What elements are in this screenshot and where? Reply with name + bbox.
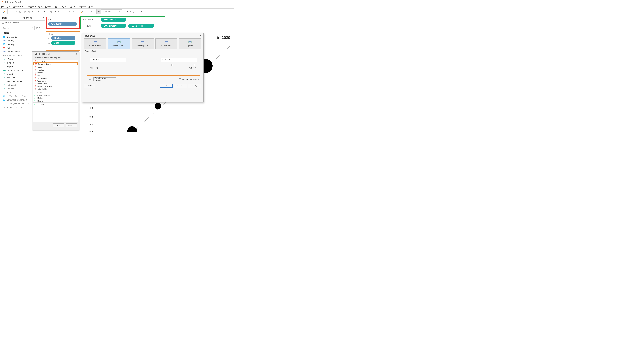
search-input[interactable]: Search — [1, 26, 34, 30]
clear-sheet-icon[interactable] — [54, 9, 58, 14]
menu-server[interactable]: Server — [70, 5, 76, 8]
new-worksheet-icon[interactable]: + — [43, 9, 47, 14]
ok-button[interactable]: OK — [160, 84, 173, 88]
pin-icon[interactable] — [96, 9, 101, 14]
data-mark[interactable] — [154, 103, 161, 109]
date-from-input[interactable] — [90, 58, 126, 62]
menu-format[interactable]: Format — [62, 5, 68, 8]
save-icon[interactable] — [18, 9, 23, 14]
pause-updates-icon[interactable] — [27, 9, 32, 14]
presentation-icon[interactable] — [132, 9, 136, 14]
dropdown-icon[interactable]: ▼ — [47, 11, 49, 12]
menu-help[interactable]: Help — [88, 5, 93, 8]
filter-option-weekdays[interactable]: 📅Weekdays — [34, 79, 78, 82]
datasource-row[interactable]: Output_filtered — [0, 20, 45, 25]
dropdown-icon[interactable]: ▼ — [42, 27, 44, 29]
share-icon[interactable] — [140, 9, 144, 14]
swap-icon[interactable] — [63, 9, 68, 14]
dropdown-icon[interactable]: ▼ — [38, 11, 40, 12]
field-country[interactable]: AbcCountry — [1, 39, 44, 42]
filter-option-count[interactable]: #Count — [34, 91, 78, 94]
filters-shelf[interactable]: Filters Market Date — [46, 31, 80, 51]
pill-sum-refline[interactable]: SUM(Ref_line) — [128, 24, 154, 28]
filter-option-month-day-year[interactable]: 📅Month / Day / Year — [34, 85, 78, 88]
menu-worksheet[interactable]: Worksheet — [13, 5, 23, 8]
pages-shelf[interactable]: Pages YEAR(Date) — [46, 16, 80, 29]
filter-option-week-numbers[interactable]: 📅Week numbers — [34, 77, 78, 79]
filter-option-maximum[interactable]: #Maximum — [34, 99, 78, 102]
filter-icon[interactable] — [36, 27, 38, 29]
date-to-input[interactable] — [161, 58, 197, 62]
tab-special[interactable]: Special — [179, 38, 201, 49]
new-datasource-icon[interactable]: + — [23, 9, 27, 14]
tableau-home-icon[interactable] — [1, 9, 6, 14]
filter-pill-market[interactable]: Market — [48, 36, 78, 40]
sort-desc-icon[interactable] — [72, 9, 76, 14]
cancel-button[interactable]: Cancel — [66, 123, 77, 127]
filter-option-quarters[interactable]: 📅Quarters — [34, 68, 78, 71]
tab-ending-date[interactable]: Ending date — [155, 38, 178, 49]
pill-year-date[interactable]: YEAR(Date) — [48, 22, 77, 25]
slider-handle-to[interactable] — [194, 64, 196, 66]
filter-option-months[interactable]: 📅Months — [34, 71, 78, 74]
dropdown-icon[interactable]: ▼ — [32, 11, 33, 12]
close-icon[interactable]: ✕ — [199, 34, 202, 37]
rows-shelf[interactable]: Rows SUM(dImport) SUM(Ref_line) — [81, 23, 165, 29]
filter-field-list[interactable]: 📅Relative Date📅Range of Dates📅Years📅Quar… — [33, 60, 78, 122]
tab-analytics[interactable]: Analytics — [20, 15, 41, 20]
filter-option-relative-date[interactable]: 📅Relative Date — [34, 60, 78, 63]
pill-sum-dexport[interactable]: SUM(dExport) — [100, 18, 126, 21]
filter-option-individual-dates[interactable]: 📅Individual Dates — [34, 88, 78, 90]
duplicate-icon[interactable] — [49, 9, 54, 14]
group-icon[interactable] — [86, 9, 90, 14]
pill-sum-dimport[interactable]: SUM(dImport) — [100, 24, 126, 28]
fit-select[interactable]: Standard▼ — [101, 9, 122, 14]
slider-handle-from[interactable] — [171, 64, 173, 66]
field-date[interactable]: 📅Date — [1, 46, 44, 50]
refresh-icon[interactable] — [33, 9, 38, 14]
show-me-icon[interactable] — [126, 9, 130, 14]
filter-option-minimum[interactable]: #Minimum — [34, 97, 78, 99]
highlight-icon[interactable] — [80, 9, 84, 14]
dropdown-icon[interactable]: ▼ — [84, 11, 86, 12]
tab-starting-date[interactable]: Starting date — [132, 38, 154, 49]
filter-option-range-of-dates[interactable]: 📅Range of Dates — [34, 62, 78, 65]
view-list-icon[interactable] — [39, 27, 41, 29]
tab-range-of-dates[interactable]: Range of dates — [108, 38, 130, 49]
date-range-slider[interactable] — [90, 63, 197, 67]
field-continents[interactable]: 🌐Continents — [1, 35, 44, 39]
cancel-button[interactable]: Cancel — [174, 84, 187, 88]
menu-analysis[interactable]: Analysis — [45, 5, 53, 8]
filter-option-month-year[interactable]: 📅Month / Year — [34, 82, 78, 85]
apply-button[interactable]: Apply — [188, 84, 201, 88]
data-mark[interactable] — [127, 126, 137, 132]
include-null-checkbox[interactable]: Include Null Values — [179, 78, 198, 80]
dropdown-icon[interactable]: ▼ — [130, 11, 132, 12]
next-button[interactable]: Next > — [53, 123, 64, 127]
filter-option-days[interactable]: 📅Days — [34, 74, 78, 77]
columns-shelf[interactable]: Columns SUM(dExport) — [81, 16, 165, 23]
menu-map[interactable]: Map — [55, 5, 59, 8]
filter-option-count-distinct-[interactable]: #Count (Distinct) — [34, 94, 78, 97]
sort-asc-icon[interactable] — [68, 9, 72, 14]
menu-dashboard[interactable]: Dashboard — [26, 5, 36, 8]
filter-option-years[interactable]: 📅Years — [34, 66, 78, 68]
dropdown-icon[interactable]: ▼ — [58, 11, 60, 12]
filter-pill-date[interactable]: Date — [48, 41, 78, 45]
back-icon[interactable] — [9, 9, 14, 14]
close-icon[interactable]: ✕ — [75, 53, 77, 55]
field-country-e[interactable]: 🌐Country E — [1, 42, 44, 46]
menu-data[interactable]: Data — [6, 5, 11, 8]
filter-option-attribute[interactable]: #Attribute — [34, 103, 78, 106]
tab-data[interactable]: Data — [0, 15, 20, 20]
dropdown-icon[interactable]: ▼ — [90, 11, 92, 12]
forward-icon[interactable] — [14, 9, 18, 14]
text-label-icon[interactable]: T — [92, 9, 96, 14]
show-select[interactable]: Only Relevant Values▼ — [94, 77, 116, 81]
tab-relative-dates[interactable]: Relative dates — [84, 38, 106, 49]
menu-story[interactable]: Story — [38, 5, 43, 8]
menu-window[interactable]: Window — [79, 5, 86, 8]
collapse-panel-icon[interactable]: ◀ — [41, 16, 45, 19]
reset-button[interactable]: Reset — [84, 84, 95, 88]
menu-file[interactable]: File — [1, 5, 4, 8]
